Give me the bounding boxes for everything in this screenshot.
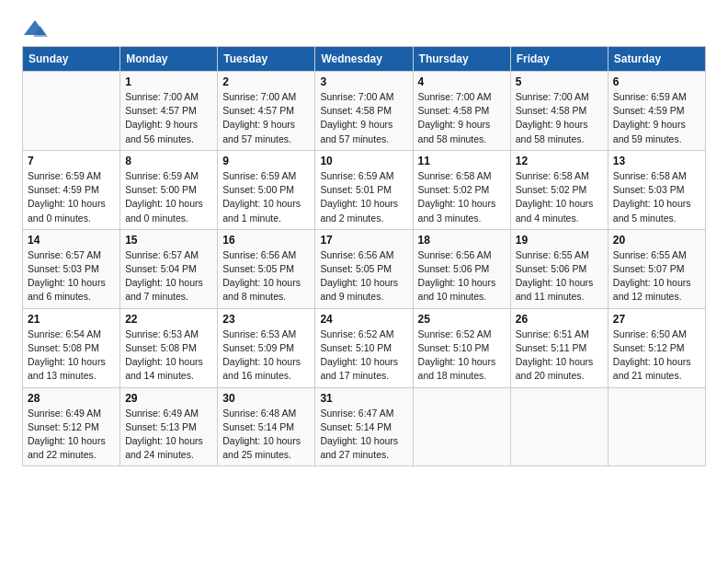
day-number: 11 [418, 155, 506, 167]
day-number: 12 [516, 155, 603, 167]
calendar-cell: 19Sunrise: 6:55 AMSunset: 5:06 PMDayligh… [510, 229, 608, 308]
day-number: 22 [125, 313, 212, 326]
column-header-sunday: Sunday [23, 47, 120, 72]
day-info: Sunrise: 6:59 AMSunset: 5:00 PMDaylight:… [125, 169, 212, 225]
calendar-cell: 23Sunrise: 6:53 AMSunset: 5:09 PMDayligh… [218, 308, 315, 387]
day-info: Sunrise: 6:59 AMSunset: 5:01 PMDaylight:… [320, 169, 407, 225]
day-info: Sunrise: 6:51 AMSunset: 5:11 PMDaylight:… [516, 327, 603, 384]
day-info: Sunrise: 6:55 AMSunset: 5:07 PMDaylight:… [613, 248, 700, 304]
day-number: 6 [613, 75, 700, 88]
day-info: Sunrise: 7:00 AMSunset: 4:58 PMDaylight:… [418, 90, 506, 146]
day-number: 1 [125, 75, 212, 88]
calendar-cell: 16Sunrise: 6:56 AMSunset: 5:05 PMDayligh… [218, 229, 315, 308]
day-number: 7 [28, 155, 115, 167]
day-number: 21 [28, 313, 115, 326]
column-header-saturday: Saturday [608, 47, 705, 72]
day-info: Sunrise: 6:47 AMSunset: 5:14 PMDaylight:… [320, 407, 407, 463]
day-number: 17 [320, 234, 407, 247]
calendar-cell: 20Sunrise: 6:55 AMSunset: 5:07 PMDayligh… [608, 229, 705, 308]
day-info: Sunrise: 6:54 AMSunset: 5:08 PMDaylight:… [28, 327, 115, 384]
day-number: 28 [28, 392, 115, 405]
day-number: 14 [28, 234, 115, 247]
calendar-cell: 26Sunrise: 6:51 AMSunset: 5:11 PMDayligh… [510, 308, 608, 387]
calendar-cell: 4Sunrise: 7:00 AMSunset: 4:58 PMDaylight… [413, 72, 510, 151]
calendar-cell: 17Sunrise: 6:56 AMSunset: 5:05 PMDayligh… [315, 229, 413, 308]
calendar-cell: 13Sunrise: 6:58 AMSunset: 5:03 PMDayligh… [608, 150, 705, 229]
calendar-cell: 21Sunrise: 6:54 AMSunset: 5:08 PMDayligh… [23, 308, 120, 387]
day-info: Sunrise: 7:00 AMSunset: 4:57 PMDaylight:… [125, 90, 212, 146]
calendar-cell: 30Sunrise: 6:48 AMSunset: 5:14 PMDayligh… [218, 387, 315, 466]
day-number: 31 [320, 392, 407, 405]
day-number: 27 [613, 313, 700, 326]
logo [22, 18, 51, 39]
day-info: Sunrise: 6:59 AMSunset: 4:59 PMDaylight:… [28, 169, 115, 225]
day-info: Sunrise: 6:56 AMSunset: 5:06 PMDaylight:… [418, 248, 506, 304]
day-number: 26 [516, 313, 603, 326]
day-number: 9 [222, 155, 310, 167]
day-number: 18 [418, 234, 506, 247]
calendar-cell: 31Sunrise: 6:47 AMSunset: 5:14 PMDayligh… [315, 387, 413, 466]
calendar-cell [23, 72, 120, 151]
column-header-monday: Monday [120, 47, 218, 72]
day-number: 10 [320, 155, 407, 167]
day-info: Sunrise: 6:58 AMSunset: 5:02 PMDaylight:… [516, 169, 603, 225]
calendar-cell: 14Sunrise: 6:57 AMSunset: 5:03 PMDayligh… [23, 229, 120, 308]
day-info: Sunrise: 6:56 AMSunset: 5:05 PMDaylight:… [222, 248, 310, 304]
calendar-header-row: SundayMondayTuesdayWednesdayThursdayFrid… [23, 47, 706, 72]
calendar-cell: 29Sunrise: 6:49 AMSunset: 5:13 PMDayligh… [120, 387, 218, 466]
day-number: 15 [125, 234, 212, 247]
day-number: 5 [516, 75, 603, 88]
column-header-wednesday: Wednesday [315, 47, 413, 72]
day-info: Sunrise: 6:59 AMSunset: 5:00 PMDaylight:… [222, 169, 310, 225]
day-number: 8 [125, 155, 212, 167]
calendar-cell: 8Sunrise: 6:59 AMSunset: 5:00 PMDaylight… [120, 150, 218, 229]
calendar-cell: 27Sunrise: 6:50 AMSunset: 5:12 PMDayligh… [608, 308, 705, 387]
calendar-week-5: 28Sunrise: 6:49 AMSunset: 5:12 PMDayligh… [23, 387, 706, 466]
day-number: 4 [418, 75, 506, 88]
day-info: Sunrise: 7:00 AMSunset: 4:58 PMDaylight:… [516, 90, 603, 146]
calendar-cell: 5Sunrise: 7:00 AMSunset: 4:58 PMDaylight… [510, 72, 608, 151]
calendar-cell: 1Sunrise: 7:00 AMSunset: 4:57 PMDaylight… [120, 72, 218, 151]
calendar-cell: 9Sunrise: 6:59 AMSunset: 5:00 PMDaylight… [218, 150, 315, 229]
day-number: 23 [222, 313, 310, 326]
calendar-cell: 7Sunrise: 6:59 AMSunset: 4:59 PMDaylight… [23, 150, 120, 229]
calendar-cell: 10Sunrise: 6:59 AMSunset: 5:01 PMDayligh… [315, 150, 413, 229]
day-info: Sunrise: 6:50 AMSunset: 5:12 PMDaylight:… [613, 327, 700, 384]
column-header-thursday: Thursday [413, 47, 510, 72]
day-number: 3 [320, 75, 407, 88]
page-header [22, 18, 706, 39]
day-info: Sunrise: 7:00 AMSunset: 4:57 PMDaylight:… [222, 90, 310, 146]
day-number: 29 [125, 392, 212, 405]
day-info: Sunrise: 7:00 AMSunset: 4:58 PMDaylight:… [320, 90, 407, 146]
calendar-cell: 11Sunrise: 6:58 AMSunset: 5:02 PMDayligh… [413, 150, 510, 229]
day-info: Sunrise: 6:49 AMSunset: 5:12 PMDaylight:… [28, 407, 115, 463]
calendar-cell [608, 387, 705, 466]
day-info: Sunrise: 6:52 AMSunset: 5:10 PMDaylight:… [320, 327, 407, 384]
column-header-friday: Friday [510, 47, 608, 72]
calendar-week-2: 7Sunrise: 6:59 AMSunset: 4:59 PMDaylight… [23, 150, 706, 229]
day-number: 24 [320, 313, 407, 326]
day-info: Sunrise: 6:56 AMSunset: 5:05 PMDaylight:… [320, 248, 407, 304]
day-number: 13 [613, 155, 700, 167]
day-info: Sunrise: 6:58 AMSunset: 5:03 PMDaylight:… [613, 169, 700, 225]
calendar-week-1: 1Sunrise: 7:00 AMSunset: 4:57 PMDaylight… [23, 72, 706, 151]
day-number: 2 [222, 75, 310, 88]
day-info: Sunrise: 6:48 AMSunset: 5:14 PMDaylight:… [222, 407, 310, 463]
calendar-cell: 2Sunrise: 7:00 AMSunset: 4:57 PMDaylight… [218, 72, 315, 151]
calendar-cell: 6Sunrise: 6:59 AMSunset: 4:59 PMDaylight… [608, 72, 705, 151]
calendar-week-3: 14Sunrise: 6:57 AMSunset: 5:03 PMDayligh… [23, 229, 706, 308]
calendar-cell [510, 387, 608, 466]
calendar-cell: 3Sunrise: 7:00 AMSunset: 4:58 PMDaylight… [315, 72, 413, 151]
day-number: 20 [613, 234, 700, 247]
calendar-cell: 12Sunrise: 6:58 AMSunset: 5:02 PMDayligh… [510, 150, 608, 229]
day-number: 19 [516, 234, 603, 247]
calendar-cell [413, 387, 510, 466]
day-info: Sunrise: 6:49 AMSunset: 5:13 PMDaylight:… [125, 407, 212, 463]
day-info: Sunrise: 6:53 AMSunset: 5:08 PMDaylight:… [125, 327, 212, 384]
day-info: Sunrise: 6:57 AMSunset: 5:03 PMDaylight:… [28, 248, 115, 304]
logo-icon [22, 18, 48, 39]
day-info: Sunrise: 6:59 AMSunset: 4:59 PMDaylight:… [613, 90, 700, 146]
day-number: 25 [418, 313, 506, 326]
day-number: 30 [222, 392, 310, 405]
day-number: 16 [222, 234, 310, 247]
